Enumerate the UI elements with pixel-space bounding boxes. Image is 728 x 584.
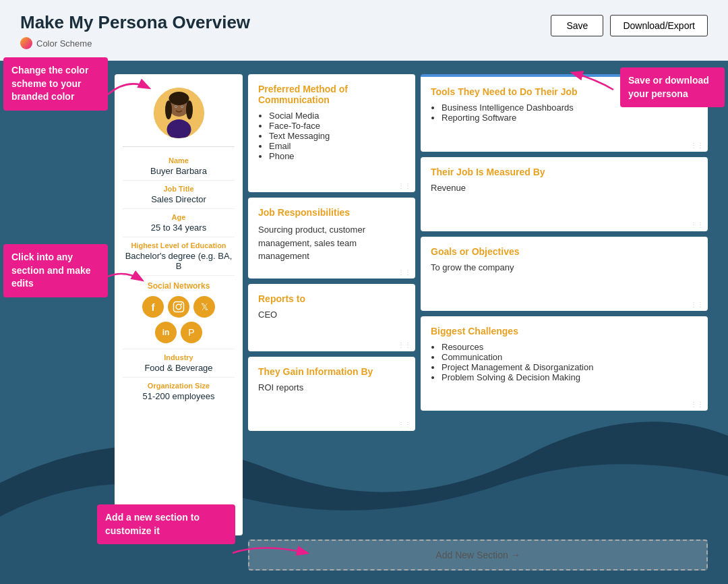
twitter-icon[interactable]: 𝕏 <box>193 296 215 318</box>
list-item: Project Management & Disorganization <box>442 362 698 372</box>
arrow-click-section <box>104 263 145 290</box>
list-item: Problem Solving & Decision Making <box>442 372 698 382</box>
gain-info-card[interactable]: They Gain Information By ROI reports ⋮⋮ <box>248 357 415 431</box>
job-resp-body: Sourcing product, customer management, s… <box>258 223 405 263</box>
goals-card[interactable]: Goals or Objectives To grow the company … <box>421 237 708 311</box>
svg-point-5 <box>169 92 189 105</box>
industry-value: Food & Beverage <box>123 363 235 373</box>
svg-point-9 <box>181 106 183 107</box>
name-value: Buyer Barbara <box>123 166 235 176</box>
save-button[interactable]: Save <box>551 15 603 36</box>
reports-to-title: Reports to <box>258 293 405 304</box>
list-item: Text Messaging <box>269 131 405 141</box>
page-title: Make My Persona Overview <box>20 12 250 33</box>
facebook-icon[interactable]: f <box>142 296 164 318</box>
instagram-icon[interactable] <box>168 296 189 318</box>
resize-handle: ⋮⋮ <box>690 142 704 149</box>
avatar <box>154 88 204 138</box>
job-title-field[interactable]: Job Title Sales Director <box>123 181 235 209</box>
org-size-value: 51-200 employees <box>123 391 235 401</box>
education-label: Highest Level of Education <box>123 241 235 250</box>
callout-color-scheme: Change the color scheme to your branded … <box>3 57 108 111</box>
svg-point-4 <box>186 100 193 119</box>
challenges-title: Biggest Challenges <box>431 326 698 337</box>
callout-save-download: Save or download your persona <box>620 67 725 107</box>
list-item: Phone <box>269 151 405 161</box>
callout-click-section: Click into any section and make edits <box>3 244 108 297</box>
list-item: Reporting Software <box>442 113 698 123</box>
org-size-field[interactable]: Organization Size 51-200 employees <box>123 378 235 405</box>
preferred-comm-title: Preferred Method of Communication <box>258 84 405 105</box>
color-scheme-icon <box>20 37 32 49</box>
goals-title: Goals or Objectives <box>431 246 698 257</box>
svg-point-3 <box>165 100 172 119</box>
add-section-label: Add New Section → <box>435 550 520 560</box>
linkedin-icon[interactable]: in <box>155 322 177 343</box>
resize-handle: ⋮⋮ <box>398 268 411 276</box>
resize-handle: ⋮⋮ <box>398 341 411 349</box>
arrow-add-section <box>229 539 310 563</box>
list-item: Social Media <box>269 111 405 121</box>
industry-label: Industry <box>123 353 235 361</box>
job-title-label: Job Title <box>123 185 235 193</box>
industry-field[interactable]: Industry Food & Beverage <box>123 349 235 378</box>
challenges-body: Resources Communication Project Manageme… <box>431 342 698 382</box>
callout-add-section: Add a new section to customize it <box>97 504 235 544</box>
right-column: Tools They Need to Do Their Job Business… <box>421 74 708 535</box>
download-button[interactable]: Download/Export <box>610 15 708 36</box>
preferred-comm-body: Social Media Face-To-face Text Messaging… <box>258 111 405 161</box>
profile-column: Name Buyer Barbara Job Title Sales Direc… <box>115 74 243 535</box>
svg-point-8 <box>175 106 177 107</box>
goals-body: To grow the company <box>431 262 698 272</box>
name-field[interactable]: Name Buyer Barbara <box>123 152 235 181</box>
age-label: Age <box>123 213 235 221</box>
color-scheme-label[interactable]: Color Scheme <box>36 38 92 49</box>
resize-handle: ⋮⋮ <box>690 401 704 408</box>
resize-handle: ⋮⋮ <box>690 301 704 308</box>
job-measured-card[interactable]: Their Job Is Measured By Revenue ⋮⋮ <box>421 157 708 231</box>
svg-point-12 <box>181 303 182 305</box>
persona-grid: Name Buyer Barbara Job Title Sales Direc… <box>115 74 708 535</box>
resize-handle: ⋮⋮ <box>398 182 411 189</box>
preferred-comm-card[interactable]: Preferred Method of Communication Social… <box>248 74 415 192</box>
job-responsibilities-card[interactable]: Job Responsibilities Sourcing product, c… <box>248 198 415 279</box>
job-measured-body: Revenue <box>431 183 698 193</box>
age-field[interactable]: Age 25 to 34 years <box>123 209 235 237</box>
age-value: 25 to 34 years <box>123 223 235 233</box>
reports-to-body: CEO <box>258 310 405 320</box>
org-size-label: Organization Size <box>123 382 235 390</box>
svg-rect-10 <box>174 302 184 312</box>
list-item: Resources <box>442 342 698 352</box>
arrow-color-scheme <box>104 74 152 101</box>
gain-info-body: ROI reports <box>258 382 405 392</box>
reports-to-card[interactable]: Reports to CEO ⋮⋮ <box>248 284 415 351</box>
middle-column: Preferred Method of Communication Social… <box>248 74 415 535</box>
pinterest-icon[interactable]: P <box>181 322 202 343</box>
resize-handle: ⋮⋮ <box>690 221 704 229</box>
add-section-bar[interactable]: Add New Section → <box>248 539 708 571</box>
list-item: Face-To-face <box>269 121 405 131</box>
svg-point-11 <box>176 304 181 310</box>
arrow-save-download <box>563 59 617 93</box>
list-item: Email <box>269 141 405 151</box>
gain-info-title: They Gain Information By <box>258 366 405 377</box>
job-title-value: Sales Director <box>123 194 235 204</box>
name-label: Name <box>123 156 235 165</box>
resize-handle: ⋮⋮ <box>398 421 411 428</box>
challenges-card[interactable]: Biggest Challenges Resources Communicati… <box>421 316 708 411</box>
job-measured-title: Their Job Is Measured By <box>431 167 698 177</box>
job-resp-title: Job Responsibilities <box>258 207 405 218</box>
list-item: Communication <box>442 352 698 362</box>
